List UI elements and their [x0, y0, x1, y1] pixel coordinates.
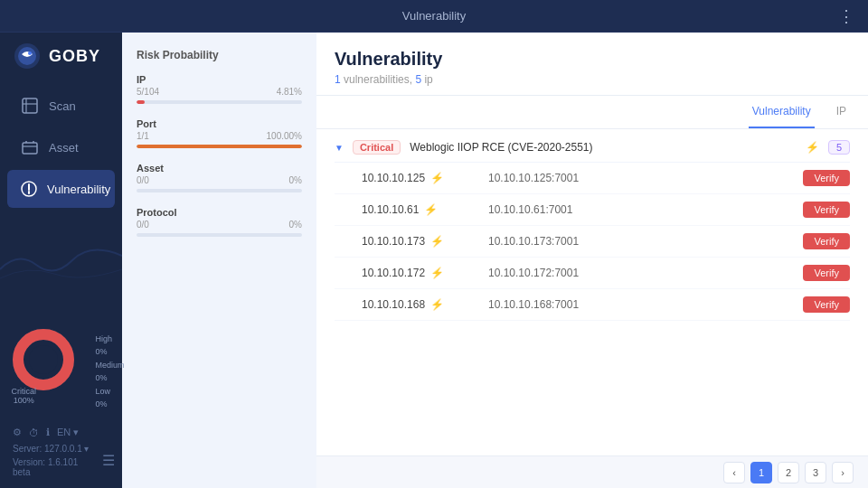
- ip-address: 10.10.10.168 ⚡: [362, 298, 479, 311]
- main-content: Vulnerability 1 vulnerabilities, 5 ip Vu…: [316, 33, 868, 488]
- ip-port: 10.10.10.61:7001: [488, 203, 794, 216]
- ip-address: 10.10.10.125 ⚡: [362, 172, 479, 184]
- row-flash-icon: ⚡: [430, 298, 444, 311]
- risk-bar-protocol-bg: [137, 233, 302, 237]
- sidebar-item-asset-label: Asset: [49, 141, 79, 155]
- risk-bar-asset-bg: [137, 189, 302, 192]
- page-button-1[interactable]: 1: [750, 462, 772, 483]
- verify-button[interactable]: Verify: [803, 170, 850, 186]
- vuln-group-header: ▼ Critical Weblogic IIOP RCE (CVE-2020-2…: [335, 129, 850, 163]
- legend-high-value: 0%: [95, 345, 124, 358]
- risk-sublabel-asset: 0/0 0%: [137, 175, 302, 185]
- vulnerability-table: ▼ Critical Weblogic IIOP RCE (CVE-2020-2…: [316, 129, 868, 455]
- chevron-down-icon[interactable]: ▼: [335, 143, 344, 153]
- settings-icon[interactable]: ⚙: [13, 427, 22, 438]
- vulnerability-tabs: Vulnerability IP: [316, 96, 868, 129]
- sidebar-bottom-row: Server: 127.0.0.1 ▾ Version: 1.6.101 bet…: [7, 442, 115, 479]
- legend-medium: Medium: [95, 359, 124, 371]
- page-button-2[interactable]: 2: [778, 462, 799, 483]
- vuln-group-name: Weblogic IIOP RCE (CVE-2020-2551): [410, 141, 797, 154]
- topbar-title: Vulnerability: [402, 9, 466, 23]
- ip-address: 10.10.10.172 ⚡: [362, 267, 479, 279]
- risk-bar-port-bg: [137, 145, 302, 148]
- risk-title: Risk Probability: [137, 49, 302, 61]
- risk-sublabel-ip: 5/104 4.81%: [137, 87, 302, 97]
- sidebar-item-vulnerability[interactable]: Vulnerability: [7, 170, 115, 208]
- row-flash-icon: ⚡: [430, 172, 444, 184]
- main-layout: GOBY Scan Asset: [0, 33, 868, 488]
- table-row: 10.10.10.168 ⚡ 10.10.10.168:7001 Verify: [335, 289, 850, 321]
- risk-bar-ip-fill: [137, 100, 145, 104]
- severity-badge: Critical: [353, 140, 401, 155]
- prev-page-button[interactable]: ‹: [723, 462, 745, 483]
- risk-label-protocol: Protocol: [137, 207, 302, 218]
- risk-section-asset: Asset 0/0 0%: [137, 163, 302, 192]
- sidebar-bottom-icons: ⚙ ⏱ ℹ EN ▾: [7, 423, 115, 442]
- ip-port: 10.10.10.173:7001: [488, 235, 794, 248]
- right-panel: Risk Probability IP 5/104 4.81% Port 1/1…: [122, 33, 868, 488]
- sidebar-bottom: ⚙ ⏱ ℹ EN ▾ Server: 127.0.0.1 ▾ Version: …: [0, 414, 122, 488]
- svg-rect-6: [23, 143, 37, 154]
- goby-logo-icon: [13, 42, 42, 70]
- risk-sublabel-port: 1/1 100.00%: [137, 131, 302, 141]
- tab-ip[interactable]: IP: [833, 96, 850, 128]
- vulnerability-subtitle: 1 vulnerabilities, 5 ip: [335, 73, 850, 86]
- legend-low-value: 0%: [95, 398, 124, 410]
- scan-icon: [20, 96, 40, 116]
- table-row: 10.10.10.172 ⚡ 10.10.10.172:7001 Verify: [335, 258, 850, 289]
- risk-label-asset: Asset: [137, 163, 302, 174]
- next-page-button[interactable]: ›: [832, 462, 854, 483]
- risk-sublabel-protocol: 0/0 0%: [137, 220, 302, 230]
- flash-icon: ⚡: [806, 141, 819, 154]
- risk-bar-ip-bg: [137, 100, 302, 104]
- verify-button[interactable]: Verify: [803, 265, 850, 281]
- tab-vulnerability[interactable]: Vulnerability: [749, 96, 815, 128]
- donut-chart-svg: [7, 324, 80, 396]
- ip-port: 10.10.10.168:7001: [488, 298, 794, 311]
- hamburger-icon[interactable]: ☰: [102, 452, 115, 469]
- verify-button[interactable]: Verify: [803, 296, 850, 313]
- page-button-3[interactable]: 3: [805, 462, 826, 483]
- ip-port: 10.10.10.125:7001: [488, 172, 794, 184]
- topbar-menu-button[interactable]: ⋮: [838, 6, 855, 26]
- legend-low: Low: [95, 385, 124, 398]
- clock-icon[interactable]: ⏱: [29, 427, 39, 438]
- risk-label-port: Port: [137, 118, 302, 129]
- row-flash-icon: ⚡: [430, 235, 444, 248]
- legend-medium-value: 0%: [95, 371, 124, 384]
- donut-chart: High 0% Medium 0% Low 0% Critical 100%: [7, 324, 116, 405]
- row-flash-icon: ⚡: [430, 267, 444, 279]
- risk-bar-port-fill: [137, 145, 302, 148]
- table-row: 10.10.10.61 ⚡ 10.10.10.61:7001 Verify: [335, 194, 850, 226]
- svg-rect-3: [23, 99, 37, 113]
- svg-point-13: [29, 345, 58, 374]
- risk-section-port: Port 1/1 100.00%: [137, 118, 302, 148]
- verify-button[interactable]: Verify: [803, 233, 850, 249]
- sidebar: GOBY Scan Asset: [0, 33, 122, 488]
- info-icon[interactable]: ℹ: [46, 427, 50, 438]
- server-label[interactable]: Server: 127.0.0.1 ▾: [7, 442, 102, 455]
- version-label: Version: 1.6.101 beta: [7, 455, 102, 479]
- bottom-bar: ‹ 1 2 3 ›: [316, 455, 868, 488]
- verify-button[interactable]: Verify: [803, 202, 850, 218]
- vulnerability-icon: [20, 179, 38, 199]
- donut-label-critical: Critical 100%: [12, 387, 37, 405]
- asset-icon: [20, 137, 40, 157]
- chart-area: High 0% Medium 0% Low 0% Critical 100%: [0, 210, 122, 414]
- server-info: Server: 127.0.0.1 ▾ Version: 1.6.101 bet…: [7, 442, 102, 479]
- sidebar-item-scan-label: Scan: [49, 99, 76, 113]
- ip-address: 10.10.10.61 ⚡: [362, 203, 479, 216]
- donut-legend: High 0% Medium 0% Low 0%: [95, 333, 124, 410]
- ip-address: 10.10.10.173 ⚡: [362, 235, 479, 248]
- sidebar-item-scan[interactable]: Scan: [7, 87, 115, 125]
- logo-text: GOBY: [49, 47, 100, 66]
- lang-selector[interactable]: EN ▾: [57, 427, 79, 438]
- risk-sidebar: Risk Probability IP 5/104 4.81% Port 1/1…: [122, 33, 316, 488]
- sidebar-item-vulnerability-label: Vulnerability: [47, 183, 110, 196]
- risk-section-ip: IP 5/104 4.81%: [137, 74, 302, 104]
- risk-label-ip: IP: [137, 74, 302, 85]
- sidebar-wave-icon: [0, 233, 122, 287]
- sidebar-item-asset[interactable]: Asset: [7, 128, 115, 166]
- topbar: Vulnerability ⋮: [0, 0, 868, 33]
- table-row: 10.10.10.173 ⚡ 10.10.10.173:7001 Verify: [335, 226, 850, 258]
